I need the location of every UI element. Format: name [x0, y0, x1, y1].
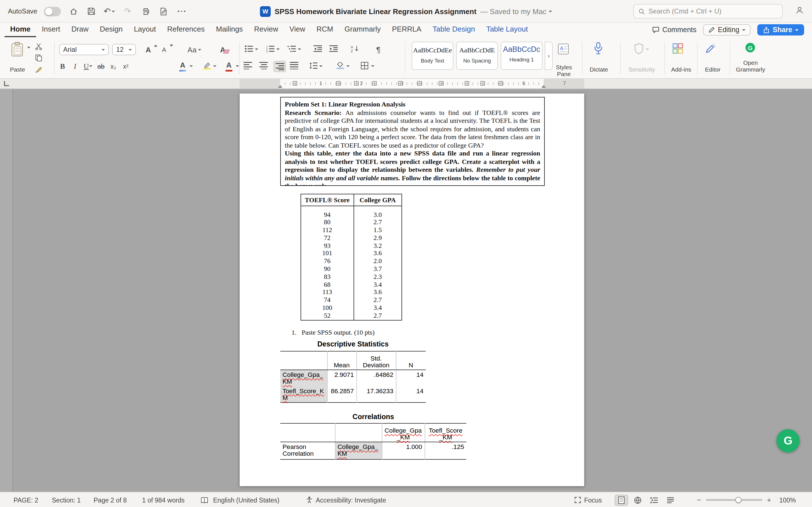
right-indent-marker[interactable] — [541, 85, 546, 88]
mean-cell[interactable]: 2.9071 — [327, 370, 356, 386]
gpa-cell[interactable]: 3.4 — [354, 304, 402, 312]
grammarly-floating-button[interactable]: G — [776, 429, 800, 452]
variable-label-cell[interactable]: Toefl_Score_KM — [280, 386, 327, 402]
outline-view-button[interactable] — [647, 494, 661, 506]
styles-pane-button[interactable]: A — [557, 43, 569, 55]
gpa-cell[interactable]: 1.5 — [354, 226, 402, 234]
gpa-cell[interactable]: 3.7 — [354, 265, 402, 273]
superscript-button[interactable]: x² — [119, 61, 132, 72]
correlations-title[interactable]: Correlations — [280, 413, 466, 421]
zoom-level[interactable]: 100% — [779, 492, 796, 507]
text-effects-chevron[interactable] — [190, 65, 193, 67]
variable-label-cell[interactable]: College_Gpa_KM — [280, 370, 327, 386]
align-center-button[interactable] — [259, 62, 268, 69]
strikethrough-button[interactable]: ab — [95, 61, 107, 72]
tab-review[interactable]: Review — [248, 22, 284, 37]
toefl-header-cell[interactable]: TOEFL® Score — [301, 194, 354, 206]
print-layout-view-button[interactable] — [615, 494, 628, 506]
save-icon[interactable] — [86, 5, 97, 17]
indent-marker[interactable] — [278, 85, 283, 88]
gpa-header-cell[interactable]: College GPA — [354, 194, 402, 206]
table-column-marker[interactable] — [499, 81, 503, 86]
font-color-chevron[interactable] — [236, 65, 239, 67]
underline-menu-chevron[interactable] — [89, 65, 93, 67]
n-cell[interactable]: 14 — [396, 386, 426, 402]
table-column-marker[interactable] — [336, 81, 341, 86]
sort-button[interactable]: AZ — [351, 45, 359, 52]
multilevel-list-button[interactable] — [288, 45, 296, 52]
numbering-button[interactable]: 123 — [266, 45, 274, 52]
style-body-text[interactable]: AaBbCcDdEe Body Text — [412, 42, 453, 70]
saved-status-menu[interactable]: — Saved to my Mac — [480, 7, 552, 15]
tab-home[interactable]: Home — [4, 22, 36, 37]
document-page[interactable]: Problem Set 1: Linear Regression Analysi… — [240, 94, 584, 486]
table-column-marker[interactable] — [480, 81, 485, 86]
align-left-button[interactable] — [244, 62, 252, 69]
toefl-gpa-table[interactable]: TOEFL® Score College GPA 943.0 802.7 112… — [301, 194, 402, 320]
n-cell[interactable]: 14 — [396, 370, 426, 386]
line-spacing-button[interactable] — [309, 62, 317, 69]
toefl-cell[interactable]: 76 — [301, 258, 354, 266]
text-effects-button[interactable]: A — [179, 61, 186, 71]
instructions[interactable]: Using this table, enter the data into a … — [285, 150, 540, 186]
grow-font-button[interactable]: A — [142, 44, 154, 55]
table-column-marker[interactable] — [293, 81, 297, 86]
toefl-cell[interactable]: 72 — [301, 234, 354, 242]
highlight-button[interactable] — [203, 61, 211, 70]
open-grammarly-button[interactable]: G — [746, 43, 755, 52]
tab-table-design[interactable]: Table Design — [427, 22, 480, 37]
gpa-cell[interactable]: 2.7 — [354, 219, 402, 227]
style-doc-icon[interactable] — [158, 5, 169, 17]
draft-view-button[interactable] — [664, 494, 677, 506]
descriptives-title[interactable]: Descriptive Statistics — [280, 340, 426, 348]
table-column-marker[interactable] — [398, 81, 403, 86]
tab-layout[interactable]: Layout — [128, 22, 161, 37]
toefl-cell[interactable]: 74 — [301, 297, 354, 304]
home-icon[interactable] — [68, 5, 79, 17]
paste-button[interactable] — [11, 42, 24, 57]
share-button[interactable]: Share — [758, 24, 804, 36]
undo-icon[interactable]: ↶ — [104, 5, 115, 17]
change-case-button[interactable]: Aa — [186, 44, 203, 55]
toefl-cell[interactable]: 90 — [301, 265, 354, 273]
style-heading-1[interactable]: AaBbCcDc Heading 1 — [501, 42, 543, 70]
tab-references[interactable]: References — [161, 22, 210, 37]
gpa-cell[interactable]: 2.7 — [354, 297, 402, 304]
gpa-cell[interactable]: 2.0 — [354, 258, 402, 266]
toefl-cell[interactable]: 93 — [301, 242, 354, 250]
redo-icon[interactable]: ↷ — [122, 5, 133, 17]
gpa-cell[interactable]: 2.3 — [354, 273, 402, 281]
variable-label-cell[interactable]: College_Gpa_KM — [335, 442, 382, 459]
bullets-button[interactable] — [245, 45, 253, 52]
zoom-out-button[interactable]: − — [697, 492, 701, 507]
subscript-button[interactable]: x₂ — [107, 61, 119, 72]
zoom-in-button[interactable]: + — [767, 492, 771, 507]
gpa-cell[interactable]: 3.6 — [354, 289, 402, 297]
corr-col-header[interactable]: Toefl_Score_KM — [424, 424, 466, 442]
table-column-marker[interactable] — [372, 81, 377, 86]
research-scenario[interactable]: Research Scenario: An admissions counsel… — [285, 108, 540, 149]
print-icon[interactable] — [140, 5, 151, 17]
page-of-indicator[interactable]: Page 2 of 8 — [94, 492, 127, 507]
task-item-1[interactable]: 1. Paste SPSS output. (10 pts) — [292, 328, 375, 337]
toefl-cell[interactable]: 101 — [301, 250, 354, 258]
n-header[interactable]: N — [396, 351, 426, 370]
decrease-indent-button[interactable] — [313, 45, 322, 52]
tab-mailings[interactable]: Mailings — [210, 22, 248, 37]
accessibility-status[interactable]: Accessibility: Investigate — [306, 492, 386, 507]
tab-design[interactable]: Design — [94, 22, 128, 37]
paste-menu-chevron[interactable] — [27, 47, 31, 48]
highlight-chevron[interactable] — [213, 65, 216, 67]
section-indicator[interactable]: Section: 1 — [52, 492, 81, 507]
zoom-slider[interactable] — [706, 492, 762, 507]
page-indicator[interactable]: PAGE: 2 — [13, 492, 38, 507]
sd-header[interactable]: Std. Deviation — [356, 351, 396, 370]
corr-col-header[interactable]: College_Gpa_KM — [382, 424, 424, 442]
sensitivity-button[interactable] — [634, 43, 649, 55]
toefl-cell[interactable]: 112 — [301, 226, 354, 234]
borders-button[interactable] — [361, 62, 368, 69]
toefl-cell[interactable]: 52 — [301, 312, 354, 320]
align-right-button[interactable] — [273, 61, 286, 72]
sd-cell[interactable]: .64862 — [356, 370, 396, 386]
search-input[interactable] — [649, 7, 777, 15]
